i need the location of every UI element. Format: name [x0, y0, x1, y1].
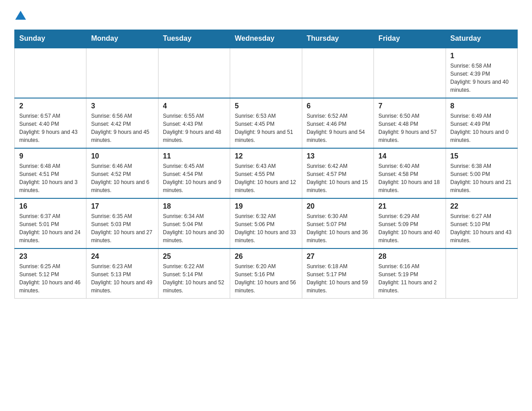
calendar-cell: 22Sunrise: 6:27 AMSunset: 5:10 PMDayligh…: [446, 198, 517, 248]
calendar-cell: [230, 48, 302, 98]
day-number: 22: [450, 202, 513, 210]
day-info: Sunrise: 6:58 AMSunset: 4:39 PMDaylight:…: [450, 62, 513, 94]
day-info: Sunrise: 6:50 AMSunset: 4:48 PMDaylight:…: [378, 112, 441, 144]
logo-triangle-icon: [15, 11, 26, 20]
calendar-cell: 20Sunrise: 6:30 AMSunset: 5:07 PMDayligh…: [302, 198, 373, 248]
day-info: Sunrise: 6:35 AMSunset: 5:03 PMDaylight:…: [91, 212, 153, 244]
calendar-week-row: 16Sunrise: 6:37 AMSunset: 5:01 PMDayligh…: [15, 198, 518, 248]
header-wednesday: Wednesday: [230, 30, 302, 48]
calendar-cell: 23Sunrise: 6:25 AMSunset: 5:12 PMDayligh…: [15, 248, 86, 299]
calendar-cell: 21Sunrise: 6:29 AMSunset: 5:09 PMDayligh…: [374, 198, 446, 248]
day-number: 6: [307, 102, 369, 110]
day-info: Sunrise: 6:49 AMSunset: 4:49 PMDaylight:…: [450, 112, 513, 144]
day-number: 8: [450, 102, 513, 110]
header-saturday: Saturday: [446, 30, 517, 48]
calendar-week-row: 23Sunrise: 6:25 AMSunset: 5:12 PMDayligh…: [15, 248, 518, 299]
day-number: 21: [378, 202, 441, 210]
day-info: Sunrise: 6:53 AMSunset: 4:45 PMDaylight:…: [235, 112, 297, 144]
day-info: Sunrise: 6:37 AMSunset: 5:01 PMDaylight:…: [19, 212, 82, 244]
calendar-cell: 28Sunrise: 6:16 AMSunset: 5:19 PMDayligh…: [374, 248, 446, 299]
calendar-cell: 14Sunrise: 6:40 AMSunset: 4:58 PMDayligh…: [374, 148, 446, 198]
day-info: Sunrise: 6:27 AMSunset: 5:10 PMDaylight:…: [450, 212, 513, 244]
day-info: Sunrise: 6:56 AMSunset: 4:42 PMDaylight:…: [91, 112, 153, 144]
header-friday: Friday: [374, 30, 446, 48]
calendar-cell: 10Sunrise: 6:46 AMSunset: 4:52 PMDayligh…: [86, 148, 158, 198]
header-thursday: Thursday: [302, 30, 373, 48]
day-number: 20: [307, 202, 369, 210]
day-info: Sunrise: 6:32 AMSunset: 5:06 PMDaylight:…: [235, 212, 297, 244]
day-info: Sunrise: 6:55 AMSunset: 4:43 PMDaylight:…: [163, 112, 225, 144]
calendar-cell: [302, 48, 373, 98]
calendar-cell: 4Sunrise: 6:55 AMSunset: 4:43 PMDaylight…: [158, 98, 230, 148]
day-number: 17: [91, 202, 153, 210]
header-monday: Monday: [86, 30, 158, 48]
day-info: Sunrise: 6:23 AMSunset: 5:13 PMDaylight:…: [91, 262, 153, 295]
calendar-cell: [15, 48, 86, 98]
calendar-cell: 16Sunrise: 6:37 AMSunset: 5:01 PMDayligh…: [15, 198, 86, 248]
day-info: Sunrise: 6:46 AMSunset: 4:52 PMDaylight:…: [91, 162, 153, 194]
calendar-cell: 3Sunrise: 6:56 AMSunset: 4:42 PMDaylight…: [86, 98, 158, 148]
calendar-cell: 1Sunrise: 6:58 AMSunset: 4:39 PMDaylight…: [446, 48, 517, 98]
header-sunday: Sunday: [15, 30, 86, 48]
calendar-cell: 19Sunrise: 6:32 AMSunset: 5:06 PMDayligh…: [230, 198, 302, 248]
day-info: Sunrise: 6:48 AMSunset: 4:51 PMDaylight:…: [19, 162, 82, 194]
calendar-week-row: 2Sunrise: 6:57 AMSunset: 4:40 PMDaylight…: [15, 98, 518, 148]
calendar-cell: 2Sunrise: 6:57 AMSunset: 4:40 PMDaylight…: [15, 98, 86, 148]
day-info: Sunrise: 6:16 AMSunset: 5:19 PMDaylight:…: [378, 262, 441, 295]
day-number: 27: [307, 253, 369, 261]
day-number: 5: [235, 102, 297, 110]
day-number: 13: [307, 152, 369, 160]
weekday-header-row: Sunday Monday Tuesday Wednesday Thursday…: [15, 30, 518, 48]
day-info: Sunrise: 6:42 AMSunset: 4:57 PMDaylight:…: [307, 162, 369, 194]
day-info: Sunrise: 6:34 AMSunset: 5:04 PMDaylight:…: [163, 212, 225, 244]
calendar-cell: 7Sunrise: 6:50 AMSunset: 4:48 PMDaylight…: [374, 98, 446, 148]
day-number: 24: [91, 253, 153, 261]
day-info: Sunrise: 6:18 AMSunset: 5:17 PMDaylight:…: [307, 262, 369, 295]
day-info: Sunrise: 6:52 AMSunset: 4:46 PMDaylight:…: [307, 112, 369, 144]
day-info: Sunrise: 6:43 AMSunset: 4:55 PMDaylight:…: [235, 162, 297, 194]
day-info: Sunrise: 6:25 AMSunset: 5:12 PMDaylight:…: [19, 262, 82, 295]
day-number: 28: [378, 253, 441, 261]
calendar-cell: 6Sunrise: 6:52 AMSunset: 4:46 PMDaylight…: [302, 98, 373, 148]
day-number: 15: [450, 152, 513, 160]
day-number: 26: [235, 253, 297, 261]
day-info: Sunrise: 6:38 AMSunset: 5:00 PMDaylight:…: [450, 162, 513, 194]
day-number: 12: [235, 152, 297, 160]
day-number: 25: [163, 253, 225, 261]
calendar-cell: 17Sunrise: 6:35 AMSunset: 5:03 PMDayligh…: [86, 198, 158, 248]
day-number: 4: [163, 102, 225, 110]
day-number: 16: [19, 202, 82, 210]
logo: [14, 11, 26, 22]
calendar-cell: 18Sunrise: 6:34 AMSunset: 5:04 PMDayligh…: [158, 198, 230, 248]
day-number: 11: [163, 152, 225, 160]
day-number: 19: [235, 202, 297, 210]
calendar-cell: 11Sunrise: 6:45 AMSunset: 4:54 PMDayligh…: [158, 148, 230, 198]
calendar-week-row: 1Sunrise: 6:58 AMSunset: 4:39 PMDaylight…: [15, 48, 518, 98]
day-info: Sunrise: 6:45 AMSunset: 4:54 PMDaylight:…: [163, 162, 225, 194]
day-number: 23: [19, 253, 82, 261]
calendar-cell: 15Sunrise: 6:38 AMSunset: 5:00 PMDayligh…: [446, 148, 517, 198]
header-tuesday: Tuesday: [158, 30, 230, 48]
day-number: 7: [378, 102, 441, 110]
day-number: 9: [19, 152, 82, 160]
calendar-cell: 26Sunrise: 6:20 AMSunset: 5:16 PMDayligh…: [230, 248, 302, 299]
day-number: 3: [91, 102, 153, 110]
day-info: Sunrise: 6:22 AMSunset: 5:14 PMDaylight:…: [163, 262, 225, 295]
day-info: Sunrise: 6:29 AMSunset: 5:09 PMDaylight:…: [378, 212, 441, 244]
page-header: [14, 11, 518, 22]
calendar-cell: 25Sunrise: 6:22 AMSunset: 5:14 PMDayligh…: [158, 248, 230, 299]
day-number: 14: [378, 152, 441, 160]
day-info: Sunrise: 6:20 AMSunset: 5:16 PMDaylight:…: [235, 262, 297, 295]
calendar-cell: 12Sunrise: 6:43 AMSunset: 4:55 PMDayligh…: [230, 148, 302, 198]
calendar-cell: [86, 48, 158, 98]
calendar-week-row: 9Sunrise: 6:48 AMSunset: 4:51 PMDaylight…: [15, 148, 518, 198]
calendar-cell: 5Sunrise: 6:53 AMSunset: 4:45 PMDaylight…: [230, 98, 302, 148]
day-number: 2: [19, 102, 82, 110]
calendar-cell: 9Sunrise: 6:48 AMSunset: 4:51 PMDaylight…: [15, 148, 86, 198]
calendar-cell: 8Sunrise: 6:49 AMSunset: 4:49 PMDaylight…: [446, 98, 517, 148]
calendar-cell: 27Sunrise: 6:18 AMSunset: 5:17 PMDayligh…: [302, 248, 373, 299]
calendar-cell: [446, 248, 517, 299]
calendar-cell: 24Sunrise: 6:23 AMSunset: 5:13 PMDayligh…: [86, 248, 158, 299]
day-number: 10: [91, 152, 153, 160]
day-info: Sunrise: 6:40 AMSunset: 4:58 PMDaylight:…: [378, 162, 441, 194]
